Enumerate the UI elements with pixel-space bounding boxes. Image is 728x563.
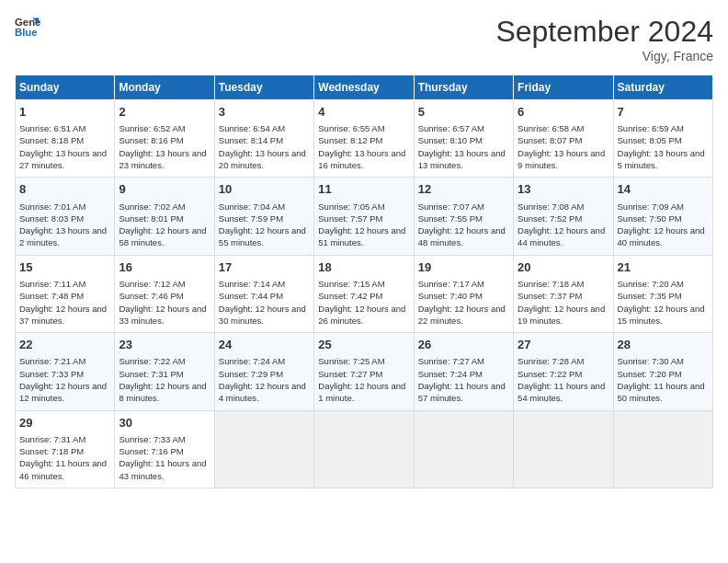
calendar-cell bbox=[613, 410, 712, 488]
calendar-row-5: 29Sunrise: 7:31 AMSunset: 7:18 PMDayligh… bbox=[16, 410, 713, 488]
sunset-label: Sunset: 7:33 PM bbox=[19, 369, 84, 379]
sunset-label: Sunset: 7:24 PM bbox=[418, 369, 483, 379]
daylight-label: Daylight: 12 hours and 30 minutes. bbox=[219, 304, 306, 326]
daylight-label: Daylight: 12 hours and 33 minutes. bbox=[119, 304, 206, 326]
sunrise-label: Sunrise: 7:30 AM bbox=[618, 356, 684, 366]
calendar-cell: 20Sunrise: 7:18 AMSunset: 7:37 PMDayligh… bbox=[514, 255, 613, 332]
calendar-row-3: 15Sunrise: 7:11 AMSunset: 7:48 PMDayligh… bbox=[16, 255, 713, 332]
daylight-label: Daylight: 13 hours and 16 minutes. bbox=[318, 148, 405, 170]
sunset-label: Sunset: 7:46 PM bbox=[119, 291, 183, 301]
sunset-label: Sunset: 7:42 PM bbox=[318, 291, 382, 301]
daylight-label: Daylight: 11 hours and 54 minutes. bbox=[518, 381, 605, 403]
day-number: 13 bbox=[518, 181, 609, 198]
col-wednesday: Wednesday bbox=[314, 75, 414, 100]
sunrise-label: Sunrise: 7:27 AM bbox=[418, 356, 484, 366]
day-number: 19 bbox=[418, 259, 509, 276]
sunset-label: Sunset: 7:59 PM bbox=[219, 213, 283, 224]
col-sunday: Sunday bbox=[16, 75, 115, 100]
day-number: 16 bbox=[119, 259, 210, 276]
sunset-label: Sunset: 7:37 PM bbox=[518, 291, 582, 301]
calendar-cell bbox=[414, 410, 513, 488]
calendar-table: Sunday Monday Tuesday Wednesday Thursday… bbox=[15, 75, 713, 488]
calendar-cell: 14Sunrise: 7:09 AMSunset: 7:50 PMDayligh… bbox=[613, 178, 712, 255]
day-number: 4 bbox=[318, 104, 409, 121]
page-header: General Blue September 2024 Vigy, France bbox=[15, 15, 713, 63]
col-saturday: Saturday bbox=[613, 75, 712, 100]
sunrise-label: Sunrise: 7:28 AM bbox=[518, 356, 584, 366]
day-number: 12 bbox=[418, 181, 509, 198]
calendar-cell: 6Sunrise: 6:58 AMSunset: 8:07 PMDaylight… bbox=[514, 100, 613, 178]
daylight-label: Daylight: 11 hours and 50 minutes. bbox=[618, 381, 705, 403]
calendar-cell: 29Sunrise: 7:31 AMSunset: 7:18 PMDayligh… bbox=[16, 410, 115, 488]
sunset-label: Sunset: 8:16 PM bbox=[119, 135, 183, 145]
calendar-cell: 4Sunrise: 6:55 AMSunset: 8:12 PMDaylight… bbox=[314, 100, 414, 178]
daylight-label: Daylight: 11 hours and 57 minutes. bbox=[418, 381, 506, 403]
sunset-label: Sunset: 7:50 PM bbox=[618, 213, 682, 224]
daylight-label: Daylight: 12 hours and 12 minutes. bbox=[19, 381, 107, 403]
sunrise-label: Sunrise: 6:59 AM bbox=[618, 123, 684, 133]
sunrise-label: Sunrise: 7:11 AM bbox=[19, 279, 85, 289]
sunset-label: Sunset: 8:18 PM bbox=[19, 135, 84, 145]
sunrise-label: Sunrise: 7:20 AM bbox=[618, 279, 684, 289]
sunrise-label: Sunrise: 7:09 AM bbox=[618, 201, 684, 212]
day-number: 3 bbox=[219, 104, 310, 121]
sunrise-label: Sunrise: 7:24 AM bbox=[219, 356, 285, 366]
sunset-label: Sunset: 7:22 PM bbox=[518, 369, 582, 379]
daylight-label: Daylight: 13 hours and 27 minutes. bbox=[19, 148, 107, 170]
calendar-cell: 21Sunrise: 7:20 AMSunset: 7:35 PMDayligh… bbox=[613, 255, 712, 332]
daylight-label: Daylight: 13 hours and 13 minutes. bbox=[418, 148, 506, 170]
calendar-cell: 23Sunrise: 7:22 AMSunset: 7:31 PMDayligh… bbox=[115, 333, 214, 410]
sunrise-label: Sunrise: 7:12 AM bbox=[119, 279, 185, 289]
sunrise-label: Sunrise: 7:02 AM bbox=[119, 201, 185, 212]
daylight-label: Daylight: 12 hours and 19 minutes. bbox=[518, 304, 605, 326]
sunrise-label: Sunrise: 6:57 AM bbox=[418, 123, 484, 133]
calendar-row-4: 22Sunrise: 7:21 AMSunset: 7:33 PMDayligh… bbox=[16, 333, 713, 410]
sunset-label: Sunset: 7:16 PM bbox=[119, 446, 183, 456]
calendar-cell: 15Sunrise: 7:11 AMSunset: 7:48 PMDayligh… bbox=[16, 255, 115, 332]
daylight-label: Daylight: 12 hours and 22 minutes. bbox=[418, 304, 506, 326]
calendar-cell: 18Sunrise: 7:15 AMSunset: 7:42 PMDayligh… bbox=[314, 255, 414, 332]
day-number: 26 bbox=[418, 337, 509, 353]
calendar-cell: 3Sunrise: 6:54 AMSunset: 8:14 PMDaylight… bbox=[214, 100, 313, 178]
day-number: 15 bbox=[19, 259, 110, 276]
daylight-label: Daylight: 12 hours and 8 minutes. bbox=[119, 381, 206, 403]
daylight-label: Daylight: 12 hours and 1 minute. bbox=[318, 381, 405, 403]
sunset-label: Sunset: 8:05 PM bbox=[618, 135, 682, 145]
daylight-label: Daylight: 12 hours and 4 minutes. bbox=[219, 381, 306, 403]
daylight-label: Daylight: 11 hours and 46 minutes. bbox=[19, 458, 107, 480]
daylight-label: Daylight: 11 hours and 43 minutes. bbox=[119, 458, 206, 480]
sunset-label: Sunset: 8:03 PM bbox=[19, 213, 84, 224]
day-number: 1 bbox=[19, 104, 110, 121]
calendar-cell: 28Sunrise: 7:30 AMSunset: 7:20 PMDayligh… bbox=[613, 333, 712, 410]
title-block: September 2024 Vigy, France bbox=[495, 15, 713, 63]
daylight-label: Daylight: 12 hours and 48 minutes. bbox=[418, 225, 506, 247]
calendar-cell: 17Sunrise: 7:14 AMSunset: 7:44 PMDayligh… bbox=[214, 255, 313, 332]
calendar-cell: 27Sunrise: 7:28 AMSunset: 7:22 PMDayligh… bbox=[514, 333, 613, 410]
sunrise-label: Sunrise: 7:25 AM bbox=[318, 356, 384, 366]
day-number: 27 bbox=[518, 337, 609, 353]
daylight-label: Daylight: 12 hours and 58 minutes. bbox=[119, 225, 206, 247]
col-friday: Friday bbox=[514, 75, 613, 100]
sunset-label: Sunset: 8:14 PM bbox=[219, 135, 283, 145]
calendar-cell: 24Sunrise: 7:24 AMSunset: 7:29 PMDayligh… bbox=[214, 333, 313, 410]
sunset-label: Sunset: 7:48 PM bbox=[19, 291, 84, 301]
sunrise-label: Sunrise: 7:18 AM bbox=[518, 279, 584, 289]
calendar-cell: 16Sunrise: 7:12 AMSunset: 7:46 PMDayligh… bbox=[115, 255, 214, 332]
sunrise-label: Sunrise: 7:04 AM bbox=[219, 201, 285, 212]
sunrise-label: Sunrise: 6:55 AM bbox=[318, 123, 384, 133]
sunset-label: Sunset: 7:40 PM bbox=[418, 291, 483, 301]
sunset-label: Sunset: 7:52 PM bbox=[518, 213, 582, 224]
day-number: 5 bbox=[418, 104, 509, 121]
calendar-cell: 9Sunrise: 7:02 AMSunset: 8:01 PMDaylight… bbox=[115, 178, 214, 255]
sunset-label: Sunset: 7:20 PM bbox=[618, 369, 682, 379]
calendar-row-2: 8Sunrise: 7:01 AMSunset: 8:03 PMDaylight… bbox=[16, 178, 713, 255]
sunrise-label: Sunrise: 7:07 AM bbox=[418, 201, 484, 212]
day-number: 28 bbox=[618, 337, 709, 353]
calendar-cell: 2Sunrise: 6:52 AMSunset: 8:16 PMDaylight… bbox=[115, 100, 214, 178]
calendar-cell: 22Sunrise: 7:21 AMSunset: 7:33 PMDayligh… bbox=[16, 333, 115, 410]
sunrise-label: Sunrise: 7:21 AM bbox=[19, 356, 85, 366]
day-number: 21 bbox=[618, 259, 709, 276]
sunset-label: Sunset: 7:55 PM bbox=[418, 213, 483, 224]
sunrise-label: Sunrise: 7:22 AM bbox=[119, 356, 185, 366]
daylight-label: Daylight: 13 hours and 2 minutes. bbox=[19, 225, 107, 247]
